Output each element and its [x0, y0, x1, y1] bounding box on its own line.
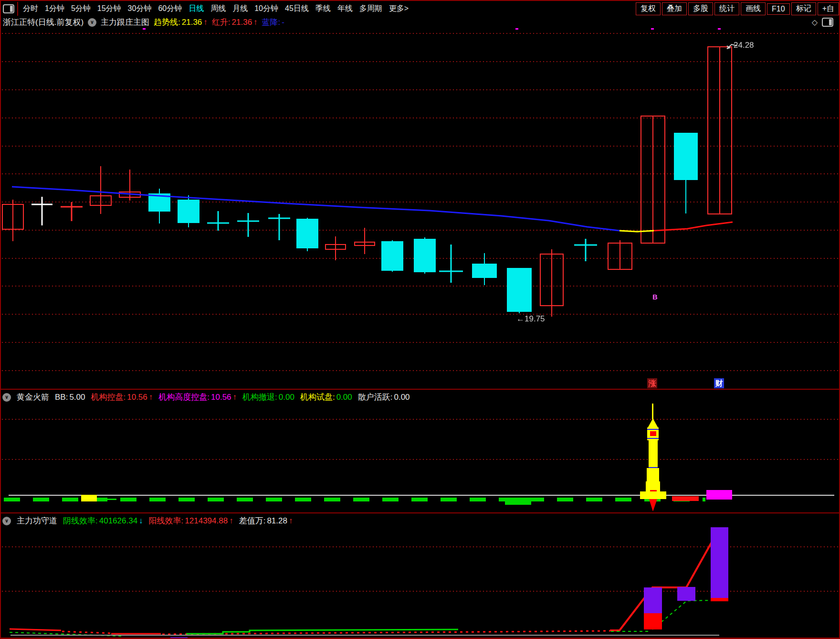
chart-canvas[interactable]	[0, 0, 840, 639]
layout-toggle-button[interactable]	[0, 2, 18, 16]
jigou-chetui-field: 机构撤退: 0.00	[242, 392, 294, 403]
tab-5min[interactable]: 5分钟	[71, 4, 91, 14]
up-arrow-icon: ↑	[203, 18, 208, 27]
yinxian-xiaolv-field: 阴线效率: 401626.34 ↓	[63, 515, 143, 526]
zhang-signal-badge: 涨	[647, 378, 657, 388]
power-pane-header: ∨ 主力功守道 阴线效率: 401626.34 ↓ 阳线效率: 1214394.…	[0, 514, 840, 527]
cai-signal-badge: 财	[714, 378, 724, 388]
mark-button[interactable]: 标记	[791, 2, 816, 15]
chevron-down-icon[interactable]: ∨	[2, 517, 11, 525]
jigou-shipan-field: 机构试盘: 0.00	[300, 392, 352, 403]
bb-field: BB: 5.00	[55, 393, 85, 402]
up-arrow-icon: ↑	[233, 393, 237, 402]
hongsheng-field: 红升: 21.36 ↑	[212, 17, 258, 28]
tab-10min[interactable]: 10分钟	[254, 4, 278, 14]
up-arrow-icon: ↑	[289, 516, 293, 526]
symbol-title: 浙江正特(日线.前复权)	[3, 17, 84, 28]
tab-fenshi[interactable]: 分时	[23, 4, 38, 14]
fuquan-button[interactable]: 复权	[636, 2, 661, 15]
tab-30min[interactable]: 30分钟	[128, 4, 152, 14]
power-pane-title[interactable]: 主力功守道	[17, 515, 57, 526]
tab-15min[interactable]: 15分钟	[97, 4, 121, 14]
yangxian-xiaolv-field: 阳线效率: 1214394.88 ↑	[149, 515, 233, 526]
tab-quarterly[interactable]: 季线	[315, 4, 331, 14]
panel-layout-icon	[3, 4, 14, 13]
jigou-gaodu-kongpan-field: 机构高度控盘: 10.56 ↑	[158, 392, 237, 403]
chevron-down-icon[interactable]: ∨	[2, 393, 11, 402]
up-arrow-icon: ↑	[253, 18, 258, 27]
up-arrow-icon: ↑	[229, 516, 233, 526]
titlebar: 浙江正特(日线.前复权) ∨ 主力跟庄主图 趋势线: 21.36 ↑ 红升: 2…	[0, 16, 840, 28]
tab-monthly[interactable]: 月线	[232, 4, 248, 14]
diamond-icon[interactable]: ◇	[812, 18, 818, 27]
rocket-pane-header: ∨ 黄金火箭 BB: 5.00 机构控盘: 10.56 ↑ 机构高度控盘: 10…	[0, 391, 840, 404]
lanjiang-field: 蓝降: -	[262, 17, 284, 28]
b-signal-marker: B	[650, 292, 660, 302]
multi-stock-button[interactable]: 多股	[688, 2, 713, 15]
tab-1min[interactable]: 1分钟	[45, 4, 64, 14]
toolbar-buttons: 复权 叠加 多股 统计 画线 F10 标记 +自	[636, 2, 840, 15]
overlay-button[interactable]: 叠加	[662, 2, 687, 15]
toolbar: 分时 1分钟 5分钟 15分钟 30分钟 60分钟 日线 周线 月线 10分钟 …	[0, 0, 840, 18]
period-tabs: 分时 1分钟 5分钟 15分钟 30分钟 60分钟 日线 周线 月线 10分钟 …	[18, 4, 409, 14]
up-arrow-icon: ↑	[149, 393, 153, 402]
trendline-field: 趋势线: 21.36 ↑	[154, 17, 208, 28]
tab-more[interactable]: 更多>	[389, 4, 409, 14]
tab-yearly[interactable]: 年线	[337, 4, 353, 14]
statistics-button[interactable]: 统计	[714, 2, 739, 15]
tab-weekly[interactable]: 周线	[210, 4, 226, 14]
f10-button[interactable]: F10	[767, 3, 790, 15]
sanhu-huoyue-field: 散户活跃: 0.00	[358, 392, 410, 403]
down-arrow-icon: ↓	[139, 516, 143, 526]
chevron-down-icon[interactable]: ∨	[88, 18, 96, 27]
tab-multiperiod[interactable]: 多周期	[359, 4, 382, 14]
rocket-pane-title[interactable]: 黄金火箭	[17, 392, 49, 403]
low-price-label: ←19.75	[516, 314, 545, 324]
add-favorite-button[interactable]: +自	[818, 2, 839, 15]
panel-layout-icon[interactable]	[822, 18, 833, 27]
main-indicator-name[interactable]: 主力跟庄主图	[101, 17, 149, 28]
draw-line-button[interactable]: 画线	[741, 2, 766, 15]
tab-daily[interactable]: 日线	[189, 4, 204, 14]
tab-60min[interactable]: 60分钟	[158, 4, 182, 14]
jigou-kongpan-field: 机构控盘: 10.56 ↑	[91, 392, 153, 403]
high-price-label: 24.28	[734, 41, 754, 50]
tab-45day[interactable]: 45日线	[285, 4, 309, 14]
chazhiwan-field: 差值万: 81.28 ↑	[239, 515, 293, 526]
